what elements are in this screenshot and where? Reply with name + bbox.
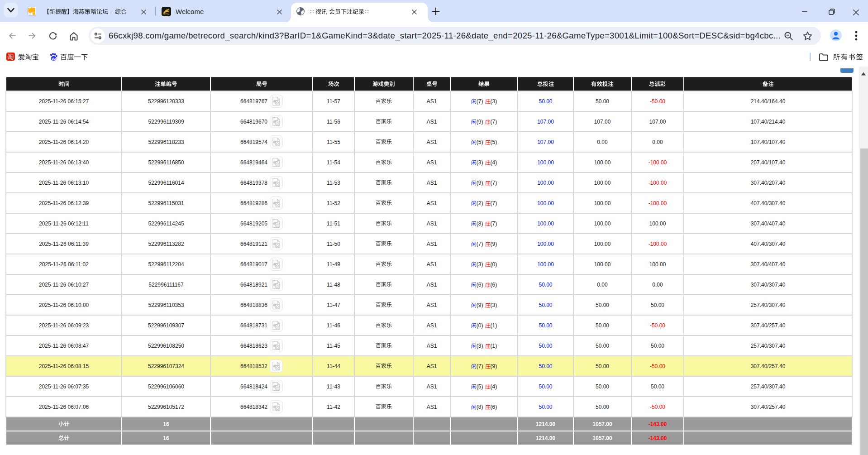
svg-text:du: du <box>52 57 56 61</box>
